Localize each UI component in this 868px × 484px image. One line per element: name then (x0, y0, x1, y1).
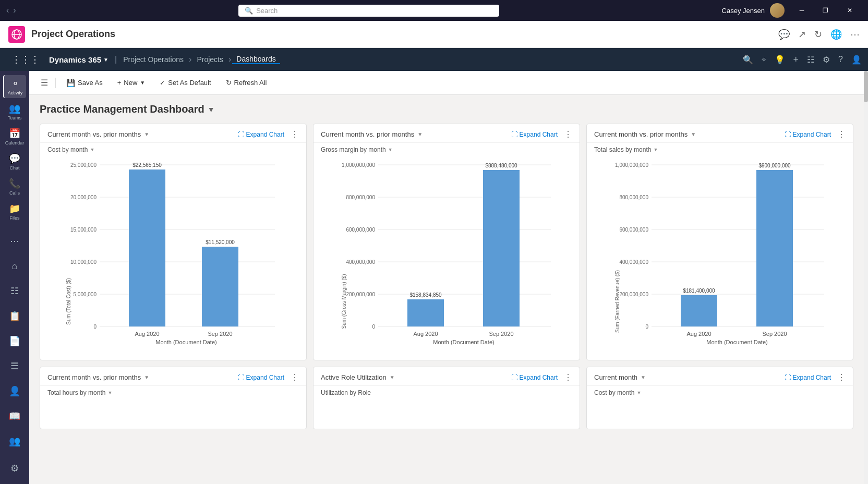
chart-header-left-2[interactable]: Current month vs. prior months ▼ (321, 130, 423, 138)
header-chevron-3: ▼ (691, 131, 696, 137)
sidebar-item-nav4[interactable]: 📄 (3, 330, 26, 353)
title-bar: ‹ › 🔍 Search Casey Jensen ─ ❐ ✕ (0, 0, 868, 21)
expand-chart-btn-3[interactable]: ⛶ Expand Chart (785, 131, 831, 138)
chart-body-2: 1,000,000,000 800,000,000 600,000,000 40… (314, 153, 580, 360)
sidebar-item-calls[interactable]: 📞 Calls (3, 175, 26, 198)
search-bar[interactable]: 🔍 Search (238, 5, 499, 17)
back-btn[interactable]: ‹ (6, 6, 9, 15)
scrollbar-thumb[interactable] (864, 71, 868, 102)
help-icon[interactable]: ? (838, 55, 843, 64)
svg-text:$181,400,000: $181,400,000 (683, 288, 715, 294)
app-icon (8, 26, 25, 43)
expand-icon-3: ⛶ (785, 131, 791, 138)
chart-subtitle-6[interactable]: Cost by month ▼ (587, 386, 853, 396)
sidebar-item-calendar[interactable]: 📅 Calendar (3, 125, 26, 148)
more-btn-1[interactable]: ⋮ (291, 129, 299, 139)
nav-breadcrumb1[interactable]: Projects (192, 55, 227, 64)
search-nav-icon[interactable]: 🔍 (743, 55, 753, 65)
expand-chart-btn-5[interactable]: ⛶ Expand Chart (511, 374, 558, 381)
chart-header-left-6[interactable]: Current month ▼ (594, 373, 646, 381)
forward-btn[interactable]: › (13, 6, 16, 15)
globe-icon2[interactable]: 🌐 (830, 29, 842, 40)
subtitle-chevron-2: ▼ (388, 147, 393, 152)
sidebar-item-nav5[interactable]: ☰ (3, 355, 26, 378)
new-chevron: ▼ (140, 80, 145, 86)
svg-text:600,000,000: 600,000,000 (619, 227, 648, 233)
nav-breadcrumb2[interactable]: Dashboards (232, 55, 280, 64)
chart-header-left-4[interactable]: Current month vs. prior months ▼ (47, 373, 149, 381)
nav-app[interactable]: Project Operations (119, 55, 188, 64)
expand-icon[interactable]: ↗ (798, 29, 806, 40)
bulb-icon[interactable]: 💡 (775, 55, 785, 65)
sidebar-item-nav7[interactable]: 📖 (3, 405, 26, 428)
dashboard-chevron[interactable]: ▼ (208, 105, 215, 114)
sidebar-item-teams[interactable]: 👥 Teams (3, 100, 26, 123)
chart-subtitle-3[interactable]: Total sales by month ▼ (587, 143, 853, 153)
chart-header-6: Current month ▼ ⛶ Expand Chart ⋮ (587, 367, 853, 386)
sidebar-item-chat[interactable]: 💬 Chat (3, 150, 26, 173)
more-btn-6[interactable]: ⋮ (837, 372, 846, 382)
filter-icon[interactable]: ☷ (807, 55, 814, 65)
more-btn-5[interactable]: ⋮ (564, 372, 572, 382)
book-icon: 📖 (9, 410, 20, 422)
comment-icon[interactable]: 💬 (778, 29, 790, 40)
restore-btn[interactable]: ❐ (814, 0, 838, 21)
more-btn-3[interactable]: ⋮ (837, 129, 846, 139)
new-btn[interactable]: + New ▼ (111, 76, 152, 90)
sidebar-item-nav8[interactable]: 👥 (3, 430, 26, 453)
sidebar-item-more[interactable]: ⋯ (3, 229, 26, 252)
expand-chart-btn-1[interactable]: ⛶ Expand Chart (238, 131, 284, 138)
set-default-btn[interactable]: ✓ Set As Default (153, 76, 217, 90)
expand-chart-btn-6[interactable]: ⛶ Expand Chart (785, 374, 831, 381)
more-btn-2[interactable]: ⋮ (564, 129, 572, 139)
chart-subtitle-2[interactable]: Gross margin by month ▼ (314, 143, 580, 153)
chart-subtitle-4[interactable]: Total hours by month ▼ (40, 386, 306, 396)
target-icon[interactable]: ⌖ (762, 55, 766, 64)
header-chevron-5: ▼ (390, 374, 395, 380)
user-icon[interactable]: 👤 (851, 55, 862, 65)
chart-subtitle-1[interactable]: Cost by month ▼ (40, 143, 306, 153)
chart-header-left-1[interactable]: Current month vs. prior months ▼ (47, 130, 149, 138)
user-name[interactable]: Casey Jensen (722, 7, 765, 15)
minimize-btn[interactable]: ─ (790, 0, 814, 21)
chart-header-left-3[interactable]: Current month vs. prior months ▼ (594, 130, 696, 138)
bar-aug-3 (681, 295, 717, 326)
svg-text:Sep 2020: Sep 2020 (208, 331, 232, 337)
sidebar-item-activity[interactable]: ⚬ Activity (3, 75, 26, 98)
chart-subtitle-5[interactable]: Utilization by Role (314, 386, 580, 396)
save-as-btn[interactable]: 💾 Save As (60, 76, 109, 90)
svg-text:1,000,000,000: 1,000,000,000 (615, 162, 648, 168)
svg-text:20,000,000: 20,000,000 (70, 195, 97, 200)
apps-btn[interactable]: ⋮⋮⋮ (6, 54, 45, 65)
avatar[interactable] (770, 3, 785, 18)
list-icon: ☰ (10, 360, 19, 372)
bar-aug-2 (407, 299, 444, 326)
add-icon[interactable]: + (793, 54, 799, 65)
sidebar-item-files[interactable]: 📁 Files (3, 200, 26, 223)
svg-text:Month (Document Date): Month (Document Date) (433, 339, 494, 345)
subtitle-chevron-3: ▼ (653, 147, 658, 152)
sidebar-item-nav1[interactable]: ⌂ (3, 255, 26, 277)
svg-text:$158,834,850: $158,834,850 (409, 292, 442, 298)
settings-icon[interactable]: ⚙ (823, 55, 830, 65)
close-btn[interactable]: ✕ (838, 0, 862, 21)
refresh-btn[interactable]: ↻ Refresh All (220, 76, 273, 90)
sidebar-item-nav6[interactable]: 👤 (3, 380, 26, 403)
svg-text:Month (Document Date): Month (Document Date) (155, 339, 216, 345)
nav-sep1: | (115, 55, 117, 64)
expand-icon-5: ⛶ (511, 374, 517, 381)
collapse-btn[interactable]: ☰ (38, 75, 51, 91)
nav-brand[interactable]: Dynamics 365 ▼ (45, 55, 113, 64)
refresh-icon[interactable]: ↻ (814, 29, 822, 40)
scrollbar-rail[interactable] (864, 71, 868, 484)
chart-svg-3: 1,000,000,000 800,000,000 600,000,000 40… (591, 155, 849, 354)
expand-chart-btn-2[interactable]: ⛶ Expand Chart (511, 131, 558, 138)
more-icon[interactable]: ⋯ (850, 29, 860, 40)
more-btn-4[interactable]: ⋮ (291, 372, 299, 382)
sidebar-item-settings[interactable]: ⚙ (3, 457, 26, 480)
sidebar-item-nav3[interactable]: 📋 (3, 305, 26, 328)
expand-chart-btn-4[interactable]: ⛶ Expand Chart (238, 374, 284, 381)
sidebar-item-nav2[interactable]: ☷ (3, 280, 26, 302)
chart-header-left-5[interactable]: Active Role Utilization ▼ (321, 373, 395, 381)
dashboard-title: Practice Management Dashboard ▼ (40, 103, 853, 115)
